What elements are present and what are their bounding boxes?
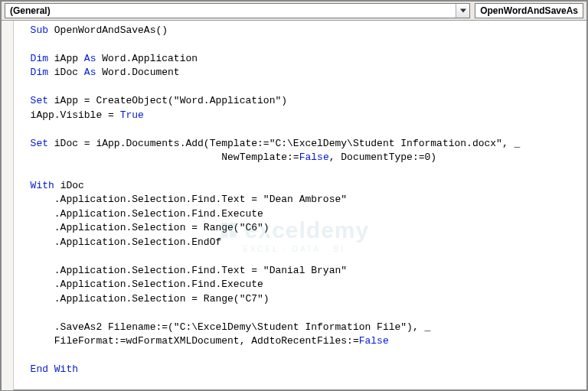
- procedure-dropdown[interactable]: OpenWordAndSaveAs: [475, 3, 583, 18]
- code-editor[interactable]: Sub OpenWordAndSaveAs() Dim iApp As Word…: [2, 21, 586, 390]
- editor-gutter: [2, 21, 14, 390]
- code-content[interactable]: Sub OpenWordAndSaveAs() Dim iApp As Word…: [14, 21, 586, 390]
- procedure-value: OpenWordAndSaveAs: [475, 4, 583, 18]
- scope-dropdown[interactable]: (General): [5, 3, 470, 18]
- chevron-down-icon[interactable]: [456, 4, 469, 18]
- scope-value: (General): [5, 4, 456, 18]
- vbe-header: (General) OpenWordAndSaveAs: [2, 2, 586, 21]
